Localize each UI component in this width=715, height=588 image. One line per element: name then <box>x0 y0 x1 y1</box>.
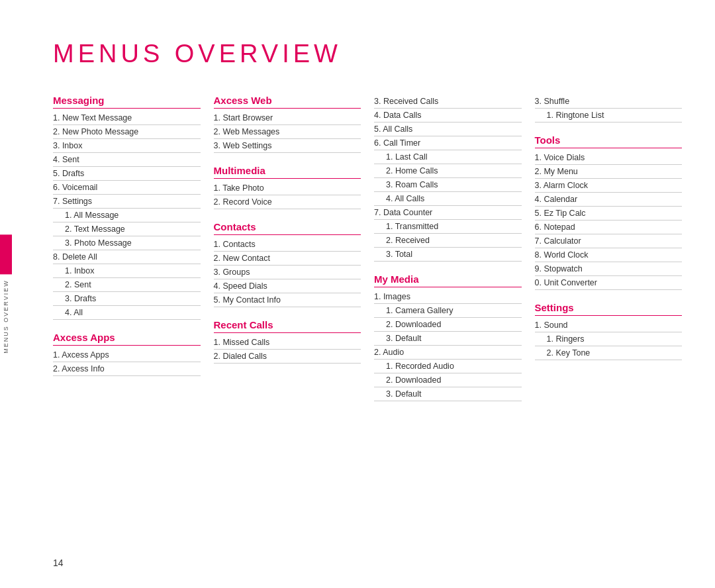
page-number: 14 <box>53 558 64 568</box>
section-title-contacts: Contacts <box>214 221 361 235</box>
columns-wrapper: Messaging1. New Text Message2. New Photo… <box>53 95 695 401</box>
menu-list: 1. New Text Message2. New Photo Message3… <box>53 111 201 320</box>
menu-item: 4. Sent <box>53 153 201 167</box>
menu-list: 1. Take Photo2. Record Voice <box>214 181 361 209</box>
main-content: MENUS OVERVIEW Messaging1. New Text Mess… <box>53 40 695 568</box>
menu-item: 7. Calculator <box>535 234 683 248</box>
menu-item: 1. Take Photo <box>214 181 361 195</box>
menu-item: 5. My Contact Info <box>214 293 361 307</box>
menu-item: 2. Audio <box>374 346 522 360</box>
menu-item: 2. Key Tone <box>535 346 683 360</box>
section-title-recent-calls: Recent Calls <box>214 319 361 333</box>
menu-item: 6. Call Timer <box>374 136 522 150</box>
menu-item: 2. Web Messages <box>214 125 361 139</box>
menu-item: 1. Contacts <box>214 238 361 252</box>
menu-item: 4. All Calls <box>374 192 522 206</box>
page-side-label: MENUS OVERVIEW <box>3 279 9 353</box>
menu-list: 1. Voice Dials2. My Menu3. Alarm Clock4.… <box>535 151 683 290</box>
menu-item: 3. Web Settings <box>214 139 361 153</box>
menu-item: 1. Recorded Audio <box>374 360 522 373</box>
menu-item: 6. Voicemail <box>53 181 201 195</box>
menu-item: 3. Default <box>374 332 522 346</box>
menu-item: 2. Downloaded <box>374 318 522 332</box>
menu-item: 1. Transmitted <box>374 220 522 234</box>
menu-item: 2. Downloaded <box>374 373 522 387</box>
menu-item: 3. Shuffle <box>535 95 683 109</box>
menu-item: 3. Default <box>374 387 522 401</box>
menu-item: 3. Roam Calls <box>374 178 522 192</box>
menu-item: 7. Data Counter <box>374 206 522 220</box>
menu-list: 1. Contacts2. New Contact3. Groups4. Spe… <box>214 238 361 307</box>
menu-item: 1. Ringtone List <box>535 109 683 122</box>
menu-item: 2. Home Calls <box>374 164 522 178</box>
menu-item: 3. Photo Message <box>53 236 201 250</box>
page-title: MENUS OVERVIEW <box>53 40 695 68</box>
menu-item: 3. Inbox <box>53 139 201 153</box>
section-title-axcess-web: Axcess Web <box>214 95 361 109</box>
section-title-settings: Settings <box>535 302 683 316</box>
menu-item: 1. Voice Dials <box>535 151 683 165</box>
menu-item: 3. Total <box>374 248 522 262</box>
menu-item: 3. Received Calls <box>374 95 522 109</box>
menu-item: 4. Speed Dials <box>214 279 361 293</box>
menu-item: 4. All <box>53 306 201 320</box>
section-title-multimedia: Multimedia <box>214 165 361 179</box>
column-col1: Messaging1. New Text Message2. New Photo… <box>53 95 214 401</box>
menu-item: 1. Missed Calls <box>214 336 361 350</box>
page-marker: MENUS OVERVIEW <box>0 234 12 353</box>
menu-list: 3. Received Calls4. Data Calls5. All Cal… <box>374 95 522 262</box>
menu-item: 1. Start Browser <box>214 111 361 125</box>
menu-item: 9. Stopwatch <box>535 262 683 276</box>
column-col3: 3. Received Calls4. Data Calls5. All Cal… <box>374 95 535 401</box>
menu-item: 2. Text Message <box>53 222 201 236</box>
menu-item: 3. Alarm Clock <box>535 179 683 193</box>
menu-list: 1. Sound1. Ringers2. Key Tone <box>535 318 683 360</box>
menu-item: 1. Inbox <box>53 264 201 278</box>
menu-item: 1. Camera Gallery <box>374 304 522 318</box>
menu-item: 7. Settings <box>53 195 201 209</box>
menu-list: 1. Missed Calls2. Dialed Calls <box>214 336 361 364</box>
menu-item: 3. Groups <box>214 266 361 279</box>
menu-item: 1. Last Call <box>374 150 522 164</box>
menu-item: 2. Record Voice <box>214 195 361 209</box>
section-title-my-media: My Media <box>374 273 522 287</box>
section-title-axcess-apps: Axcess Apps <box>53 332 201 346</box>
menu-item: 2. My Menu <box>535 165 683 179</box>
menu-item: 2. Received <box>374 234 522 248</box>
menu-list: 1. Images1. Camera Gallery2. Downloaded3… <box>374 290 522 401</box>
menu-list: 1. Axcess Apps2. Axcess Info <box>53 348 201 376</box>
menu-item: 5. Ez Tip Calc <box>535 207 683 220</box>
menu-item: 8. World Clock <box>535 248 683 262</box>
menu-item: 6. Notepad <box>535 220 683 234</box>
menu-item: 3. Drafts <box>53 292 201 306</box>
menu-item: 2. Dialed Calls <box>214 350 361 364</box>
column-col2: Axcess Web1. Start Browser2. Web Message… <box>214 95 375 401</box>
section-title-tools: Tools <box>535 134 683 148</box>
menu-item: 5. All Calls <box>374 122 522 136</box>
menu-item: 1. Images <box>374 290 522 304</box>
page-tab <box>0 234 12 274</box>
menu-item: 1. All Message <box>53 209 201 222</box>
menu-item: 8. Delete All <box>53 250 201 264</box>
column-col4: 3. Shuffle1. Ringtone ListTools1. Voice … <box>535 95 696 401</box>
menu-item: 5. Drafts <box>53 167 201 181</box>
menu-list: 1. Start Browser2. Web Messages3. Web Se… <box>214 111 361 153</box>
menu-item: 2. Sent <box>53 278 201 292</box>
menu-list: 3. Shuffle1. Ringtone List <box>535 95 683 122</box>
menu-item: 1. Axcess Apps <box>53 348 201 362</box>
menu-item: 2. New Contact <box>214 252 361 266</box>
menu-item: 0. Unit Converter <box>535 276 683 290</box>
section-title-messaging: Messaging <box>53 95 201 109</box>
menu-item: 1. New Text Message <box>53 111 201 125</box>
menu-item: 4. Calendar <box>535 193 683 207</box>
menu-item: 2. New Photo Message <box>53 125 201 139</box>
menu-item: 4. Data Calls <box>374 109 522 122</box>
menu-item: 1. Ringers <box>535 332 683 346</box>
menu-item: 2. Axcess Info <box>53 362 201 376</box>
menu-item: 1. Sound <box>535 318 683 332</box>
